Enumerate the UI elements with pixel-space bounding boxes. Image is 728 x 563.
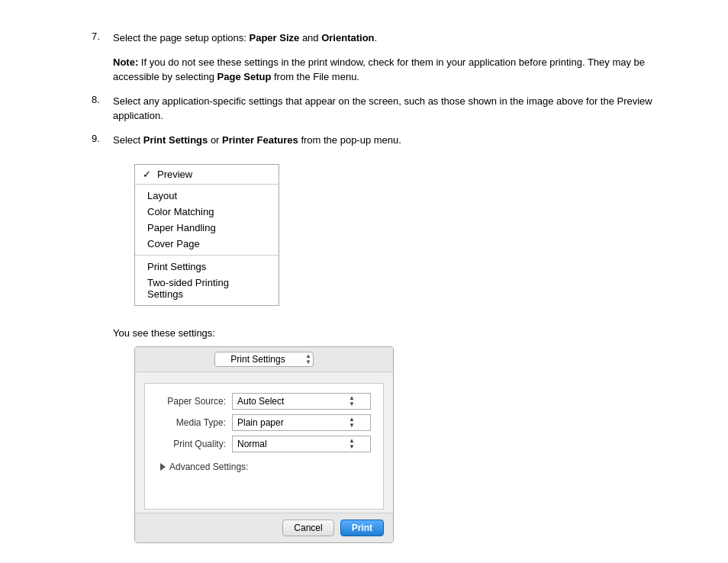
step-9-number: 9. [92,133,113,144]
step-7: 7. Select the page setup options: Paper … [92,31,667,46]
menu-section-1: Layout Color Matching Paper Handling Cov… [135,185,279,256]
step-8: 8. Select any application-specific setti… [92,94,667,124]
media-type-stepper: ▲▼ [349,417,355,429]
advanced-settings-label: Advanced Settings: [169,462,248,472]
triangle-icon [160,463,166,471]
step-9-bold1: Print Settings [143,134,208,146]
print-dialog-body: Paper Source: Auto Select ▲▼ Media Type:… [144,383,384,510]
page-content: 7. Select the page setup options: Paper … [0,0,728,563]
checkmark-icon: ✓ [143,169,151,180]
step-7-number: 7. [92,31,113,42]
advanced-settings-row: Advanced Settings: [157,457,371,477]
menu-item-paper-handling: Paper Handling [135,220,279,236]
print-quality-value: Normal ▲▼ [232,436,371,452]
print-settings-dropdown: Print Settings ▲▼ [214,352,314,367]
paper-source-label: Paper Source: [157,396,226,407]
print-dialog-footer: Cancel Print [135,513,393,542]
media-type-value: Plain paper ▲▼ [232,414,371,431]
menu-item-print-settings: Print Settings [135,259,279,275]
menu-section-2: Print Settings Two-sided Printing Settin… [135,256,279,305]
media-type-row: Media Type: Plain paper ▲▼ [157,414,371,431]
step-9-bold2: Printer Features [222,134,298,146]
step-9: 9. Select Print Settings or Printer Feat… [92,133,667,148]
media-type-label: Media Type: [157,417,226,428]
menu-header: ✓ Preview [135,165,279,185]
step-8-text: Select any application-specific settings… [113,94,667,124]
note-text: If you do not see these settings in the … [113,56,645,83]
stepper-icon: ▲▼ [305,353,311,365]
note-text-after: from the File menu. [271,71,359,82]
print-dialog-toolbar: Print Settings ▲▼ [135,347,393,372]
menu-item-layout: Layout [135,188,279,204]
print-button[interactable]: Print [340,520,384,536]
print-quality-stepper: ▲▼ [349,438,355,450]
paper-source-text: Auto Select [237,396,284,407]
menu-item-two-sided: Two-sided Printing Settings [135,275,279,302]
you-see-text: You see these settings: [113,327,667,339]
step-8-number: 8. [92,94,113,105]
cancel-button[interactable]: Cancel [282,520,333,536]
note-block: Note: If you do not see these settings i… [113,55,667,85]
dropdown-menu: ✓ Preview Layout Color Matching Paper Ha… [134,164,279,306]
print-quality-label: Print Quality: [157,439,226,449]
menu-item-color-matching: Color Matching [135,204,279,220]
print-quality-text: Normal [237,439,267,449]
step-9-text: Select Print Settings or Printer Feature… [113,133,667,148]
print-dialog: Print Settings ▲▼ Paper Source: Auto Sel… [134,346,394,543]
paper-source-value: Auto Select ▲▼ [232,393,371,410]
print-quality-row: Print Quality: Normal ▲▼ [157,436,371,452]
step-7-bold2: Orientation [321,32,374,43]
dialog-spacer [157,477,371,500]
dropdown-menu-container: ✓ Preview Layout Color Matching Paper Ha… [134,164,279,306]
step-7-bold1: Paper Size [250,32,300,43]
step-7-text: Select the page setup options: Paper Siz… [113,31,667,46]
menu-header-label: Preview [157,169,192,180]
media-type-text: Plain paper [237,417,284,428]
note-bold: Page Setup [217,71,272,82]
paper-source-row: Paper Source: Auto Select ▲▼ [157,393,371,410]
print-settings-label: Print Settings [230,354,285,365]
menu-item-cover-page: Cover Page [135,236,279,252]
paper-source-stepper: ▲▼ [349,395,355,407]
note-label: Note: [113,56,138,68]
